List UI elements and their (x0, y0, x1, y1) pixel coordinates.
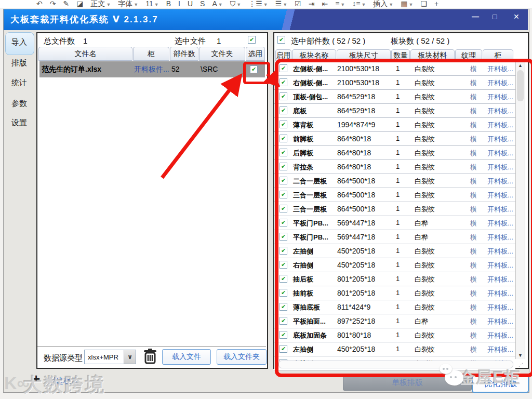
row-enabled-checkbox[interactable] (280, 303, 287, 311)
parts-table-row[interactable]: 后脚板864*80*181白裂纹横开料板... (274, 146, 515, 160)
row-enabled-checkbox[interactable] (280, 205, 287, 212)
parts-table-row[interactable]: 二合一层板864*500*181白裂纹横开料板... (274, 174, 515, 188)
row-enabled-checkbox[interactable] (280, 289, 287, 297)
underline-button[interactable]: U (188, 0, 193, 9)
vertical-scrollbar[interactable]: ▲ ▼ (515, 62, 525, 359)
row-enabled-checkbox[interactable] (280, 247, 287, 255)
parts-table-row[interactable]: 三合一层板864*500*181白裂纹横开料板... (274, 202, 515, 216)
indent-increase-button[interactable]: ⇥ (309, 0, 315, 9)
column-header[interactable]: 文件夹 (199, 47, 245, 61)
format-painter-icon[interactable]: ✎ (63, 0, 69, 9)
sidebar-item-5[interactable]: 设置 (5, 118, 33, 128)
parts-table-row[interactable]: 前脚板864*80*181白裂纹横开料板... (274, 132, 515, 146)
image-dropdown[interactable]: ▦▼ (401, 0, 413, 9)
minimize-button[interactable]: — (472, 12, 479, 21)
maximize-button[interactable]: □ (493, 12, 497, 21)
redo-icon[interactable]: ↷ (50, 0, 56, 9)
column-header[interactable]: 纹理 (455, 49, 482, 61)
trash-icon[interactable] (143, 349, 157, 366)
row-enabled-checkbox[interactable] (280, 317, 287, 325)
parts-table-row[interactable]: 抽后板801*205*181白裂纹横开料板... (274, 272, 515, 286)
indent-decrease-button[interactable]: ⇤ (322, 0, 328, 9)
sidebar-item-4[interactable]: 参数 (5, 99, 33, 109)
row-enabled-checkbox[interactable] (280, 149, 287, 156)
column-header[interactable]: 柜 (483, 49, 513, 61)
parts-table-row[interactable]: 薄背板1994*874*91白裂纹横开料板... (274, 118, 515, 132)
parts-table-row[interactable]: 左侧板-侧...2100*530*181白裂纹横开料板... (274, 62, 515, 76)
parts-table-row[interactable]: 底板864*529*181白裂纹横开料板... (274, 104, 515, 118)
paragraph-style-dropdown[interactable]: 正文▼ (90, 0, 111, 9)
row-enabled-checkbox[interactable] (280, 177, 287, 184)
column-header[interactable]: 板块尺寸 (337, 49, 391, 61)
column-header[interactable]: 板块材料 (410, 49, 455, 61)
parts-table-row[interactable]: 背拉条864*80*181白裂纹横开料板... (274, 160, 515, 174)
close-button[interactable]: ✕ (513, 12, 520, 21)
parts-table-body: 左侧板-侧...2100*530*181白裂纹横开料板...右侧板-侧...21… (274, 62, 515, 370)
parts-table-row[interactable]: 三合一层板864*500*181白裂纹横开料板... (274, 188, 515, 202)
column-header[interactable]: 柜 (133, 47, 169, 61)
bold-button[interactable]: B (166, 0, 171, 9)
column-header[interactable]: 选用 (246, 47, 265, 61)
row-enabled-checkbox[interactable] (280, 345, 287, 353)
parts-table-row[interactable]: 平板门PB...569*447*181白桦横开料板... (274, 216, 515, 230)
sidebar-item-3[interactable]: 统计 (5, 78, 33, 88)
insert-dropdown[interactable]: 插入▼ (373, 0, 393, 9)
column-header[interactable]: 板块名称 (292, 49, 336, 61)
font-family-dropdown[interactable]: 字体▼ (118, 0, 138, 9)
parts-table-row[interactable]: 抽前板801*205*181白裂纹横开料板... (274, 286, 515, 300)
parts-table-row[interactable]: 底板加固条801*80*181白裂纹横开料板... (274, 328, 515, 342)
highlight-dropdown[interactable]: ⛉▼ (230, 0, 241, 9)
row-enabled-checkbox[interactable] (280, 135, 287, 142)
row-enabled-checkbox[interactable] (280, 64, 287, 72)
row-enabled-checkbox[interactable] (280, 78, 287, 86)
parts-table-row[interactable]: 平板抽面...897*252*181白桦横开料板... (274, 314, 515, 328)
file-table-row[interactable]: 范先生的订单.xlsx 开料板件... 52 \SRC (39, 61, 265, 77)
parts-table-row[interactable]: 薄抽底板811*424*91白裂纹横开料板... (274, 300, 515, 314)
scroll-down-icon[interactable]: ▼ (516, 353, 525, 358)
eraser-icon[interactable]: ◪ (76, 0, 83, 9)
row-enabled-checkbox[interactable] (280, 163, 287, 170)
sidebar-item-1[interactable]: 导入 (5, 37, 33, 47)
parts-table-row[interactable]: 左抽侧450*205*181白裂纹横开料板... (274, 342, 515, 356)
row-enabled-checkbox[interactable] (280, 331, 287, 339)
parts-table-row[interactable]: 左抽侧450*205*181白裂纹横开料板... (274, 244, 515, 258)
ordered-list-dropdown[interactable]: ⋮☰▼ (248, 0, 268, 9)
select-all-files-checkbox[interactable] (248, 36, 256, 44)
row-enabled-checkbox[interactable] (280, 92, 287, 100)
align-dropdown[interactable]: ≡▼ (335, 0, 345, 9)
scrollbar-thumb[interactable] (517, 70, 524, 101)
bullet-list-dropdown[interactable]: ☰▼ (275, 0, 287, 9)
parts-table-row[interactable]: 平板门PB...569*447*181白桦横开料板... (274, 230, 515, 244)
row-enabled-checkbox[interactable] (280, 275, 287, 283)
row-enabled-checkbox[interactable] (280, 107, 287, 114)
font-color-dropdown[interactable]: A▼ (212, 0, 222, 9)
row-enabled-checkbox[interactable] (280, 233, 287, 241)
load-file-button[interactable]: 载入文件 (162, 349, 211, 365)
italic-button[interactable]: I (178, 0, 180, 9)
chevron-down-icon[interactable]: ∨ (124, 350, 136, 364)
load-folder-button[interactable]: 载入文件夹 (217, 349, 267, 365)
row-enabled-checkbox[interactable] (280, 121, 287, 128)
line-height-dropdown[interactable]: ↕≡▼ (352, 0, 366, 9)
layout-button[interactable]: ❏ (420, 0, 427, 9)
row-enabled-checkbox[interactable] (280, 191, 287, 198)
sidebar-item-2[interactable]: 排版 (5, 58, 33, 68)
column-header[interactable]: 文件名 (38, 47, 132, 61)
strikethrough-button[interactable]: S (200, 0, 205, 9)
checkbox-list-button[interactable]: ☑ (295, 0, 301, 9)
datasource-select[interactable]: xlsx+MPR ∨ (84, 350, 136, 364)
parts-table-row[interactable]: 右抽侧450*205*181白裂纹横开料板... (274, 258, 515, 272)
file-selected-checkbox[interactable] (250, 65, 258, 73)
column-header[interactable]: 数量 (391, 49, 410, 61)
column-header[interactable]: 启用 (275, 49, 291, 61)
column-header[interactable]: 部件数 (170, 47, 198, 61)
parts-table-row[interactable]: 顶板-侧包...864*529*181白裂纹横开料板... (274, 90, 515, 104)
font-size-dropdown[interactable]: 11▼ (145, 0, 158, 9)
parts-table-row[interactable]: 右侧板-侧...2100*530*181白裂纹横开料板... (274, 76, 515, 90)
add-button[interactable]: + (434, 0, 438, 9)
row-enabled-checkbox[interactable] (280, 219, 287, 227)
scroll-up-icon[interactable]: ▲ (516, 63, 525, 68)
row-enabled-checkbox[interactable] (280, 261, 287, 269)
select-all-parts-checkbox[interactable] (277, 36, 285, 44)
undo-icon[interactable]: ↶ (36, 0, 43, 9)
